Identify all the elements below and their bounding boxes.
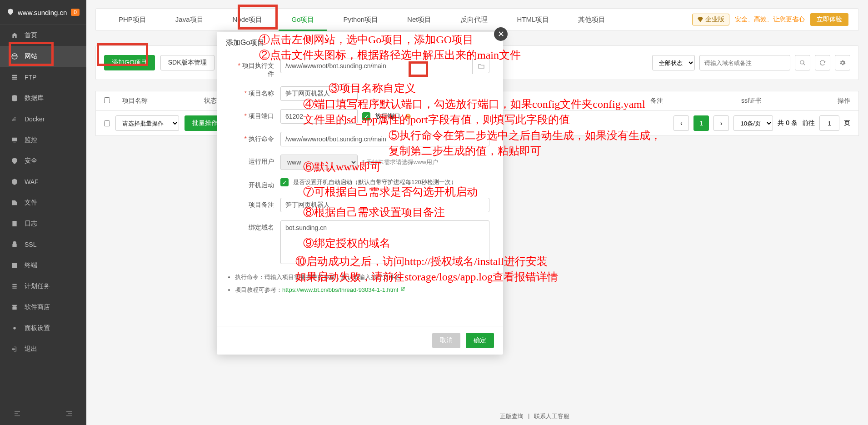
modal-close-button[interactable]: ✕ [494,27,508,41]
release-port-checkbox[interactable]: ✓ [362,112,370,120]
folder-icon [478,63,485,70]
tutorial-link[interactable]: https://www.bt.cn/bbs/thread-93034-1-1.h… [282,286,398,293]
autostart-checkbox[interactable]: ✓ [280,178,289,186]
remark-input[interactable] [280,198,489,212]
modal-notes: 执行命令：请输入项目需要携带的参数，默认请输入执行文件名 项目教程可参考：htt… [217,264,503,308]
cmd-input[interactable] [280,132,489,146]
label-autostart: 开机启动 [249,181,274,189]
svg-text:?: ? [407,115,409,119]
footer-link-genuine[interactable]: 正版查询 [500,412,524,420]
release-port-label: 放行端口 [375,112,400,120]
label-project-name: 项目名称 [249,90,274,97]
label-remark: 项目备注 [249,201,274,208]
autostart-desc: 是否设置开机自动启动（默认自带守护进程每120秒检测一次） [293,178,457,186]
label-user: 运行用户 [249,158,274,165]
user-hint: * 无特殊需求请选择www用户 [362,158,438,166]
folder-picker-button[interactable] [472,59,489,74]
modal-title: 添加Go项目 [217,32,503,54]
external-link-icon [400,286,405,292]
note-tutorial: 项目教程可参考：https://www.bt.cn/bbs/thread-930… [235,286,485,294]
user-select[interactable]: www [280,155,358,170]
label-domain: 绑定域名 [249,224,274,231]
project-name-input[interactable] [280,86,358,101]
confirm-button[interactable]: 确定 [466,333,494,348]
footer-links: 正版查询 | 联系人工客服 [500,412,569,420]
label-cmd: 执行命令 [249,135,274,142]
note-cmd: 执行命令：请输入项目需要携带的参数，默认请输入执行文件名 [235,273,485,281]
exec-file-input[interactable] [280,59,489,73]
cancel-button[interactable]: 取消 [432,333,460,348]
footer-link-support[interactable]: 联系人工客服 [534,412,569,420]
domain-textarea[interactable] [280,220,489,264]
help-icon[interactable]: ? [405,113,411,120]
label-exec-file: 项目执行文件 [242,62,274,77]
label-port: 项目端口 [249,112,274,120]
add-go-project-modal: ✕ 添加Go项目 *项目执行文件 *项目名称 *项目端口 ✓ 放行端口 ? *执… [217,32,503,355]
port-input[interactable] [280,109,358,124]
